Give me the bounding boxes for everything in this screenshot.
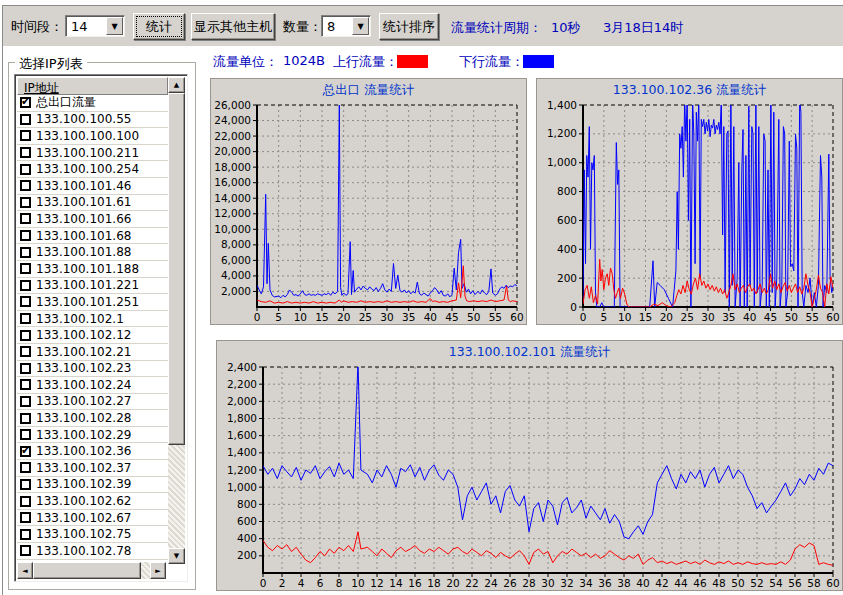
download-color-swatch bbox=[523, 55, 554, 68]
chevron-down-icon[interactable]: ▼ bbox=[106, 17, 123, 35]
svg-text:50: 50 bbox=[731, 577, 744, 589]
checkbox[interactable] bbox=[20, 462, 31, 473]
checkbox[interactable] bbox=[20, 396, 31, 407]
checkbox[interactable] bbox=[20, 197, 31, 208]
list-item[interactable]: 133.100.102.23 bbox=[17, 361, 168, 378]
list-item[interactable]: 133.100.102.1 bbox=[17, 311, 168, 328]
svg-text:2: 2 bbox=[279, 577, 286, 589]
list-item[interactable]: 133.100.101.66 bbox=[17, 211, 168, 228]
list-item[interactable]: 133.100.102.67 bbox=[17, 510, 168, 527]
svg-text:12,000: 12,000 bbox=[214, 207, 251, 219]
scroll-left-icon[interactable]: ◄ bbox=[17, 562, 33, 579]
checkbox[interactable] bbox=[20, 213, 31, 224]
list-item[interactable]: 133.100.102.21 bbox=[17, 344, 168, 361]
svg-text:24,000: 24,000 bbox=[214, 114, 251, 126]
list-item[interactable]: 133.100.102.85 bbox=[17, 560, 168, 561]
vertical-scrollbar[interactable]: ▲ ▼ bbox=[168, 77, 185, 564]
list-item[interactable]: 133.100.100.100 bbox=[17, 128, 168, 145]
list-item[interactable]: 133.100.102.12 bbox=[17, 327, 168, 344]
list-item[interactable]: 133.100.102.24 bbox=[17, 377, 168, 394]
checkbox[interactable] bbox=[20, 313, 31, 324]
time-range-select[interactable]: 14 ▼ bbox=[65, 15, 125, 37]
svg-text:2,200: 2,200 bbox=[227, 378, 257, 390]
svg-text:15: 15 bbox=[639, 311, 652, 323]
checkbox[interactable] bbox=[20, 97, 31, 108]
ip-column-header[interactable]: IP地址 bbox=[17, 77, 168, 95]
list-item[interactable]: 133.100.101.251 bbox=[17, 294, 168, 311]
checkbox[interactable] bbox=[20, 247, 31, 258]
svg-text:14: 14 bbox=[389, 577, 403, 589]
period-value: 10秒 bbox=[551, 19, 581, 37]
horizontal-scrollbar-thumb[interactable] bbox=[33, 562, 141, 579]
svg-text:600: 600 bbox=[237, 515, 257, 527]
count-value: 8 bbox=[327, 19, 335, 34]
svg-text:40: 40 bbox=[743, 311, 756, 323]
svg-text:18,000: 18,000 bbox=[214, 161, 251, 173]
checkbox[interactable] bbox=[20, 330, 31, 341]
ip-listbox: IP地址 总出口流量 133.100.100.55 133.100.100.10… bbox=[14, 74, 188, 582]
horizontal-scrollbar[interactable]: ◄ ► bbox=[17, 562, 166, 579]
ip-label: 133.100.102.1 bbox=[36, 312, 124, 326]
list-item[interactable]: 133.100.102.37 bbox=[17, 460, 168, 477]
ip-label: 133.100.102.75 bbox=[36, 527, 131, 541]
checkbox[interactable] bbox=[20, 529, 31, 540]
show-other-hosts-button[interactable]: 显示其他主机 bbox=[191, 13, 275, 40]
list-item[interactable]: 总出口流量 bbox=[17, 95, 168, 112]
stat-sort-button[interactable]: 统计排序 bbox=[379, 13, 439, 40]
list-item[interactable]: 133.100.102.78 bbox=[17, 543, 168, 560]
list-item[interactable]: 133.100.102.75 bbox=[17, 526, 168, 543]
checkbox[interactable] bbox=[20, 147, 31, 158]
list-item[interactable]: 133.100.102.28 bbox=[17, 410, 168, 427]
chevron-down-icon[interactable]: ▼ bbox=[352, 17, 369, 35]
checkbox[interactable] bbox=[20, 280, 31, 291]
checkbox[interactable] bbox=[20, 296, 31, 307]
list-item[interactable]: 133.100.101.221 bbox=[17, 278, 168, 295]
list-item[interactable]: 133.100.101.88 bbox=[17, 244, 168, 261]
list-item[interactable]: 133.100.100.211 bbox=[17, 145, 168, 162]
svg-text:800: 800 bbox=[237, 498, 257, 510]
checkbox[interactable] bbox=[20, 363, 31, 374]
stat-button[interactable]: 统计 bbox=[133, 13, 185, 40]
checkbox[interactable] bbox=[20, 263, 31, 274]
list-item[interactable]: 133.100.100.55 bbox=[17, 112, 168, 129]
list-item[interactable]: 133.100.101.46 bbox=[17, 178, 168, 195]
count-select[interactable]: 8 ▼ bbox=[321, 15, 371, 37]
svg-text:58: 58 bbox=[807, 577, 820, 589]
checkbox[interactable] bbox=[20, 180, 31, 191]
checkbox[interactable] bbox=[20, 545, 31, 556]
list-item[interactable]: 133.100.102.39 bbox=[17, 477, 168, 494]
checkbox[interactable] bbox=[20, 379, 31, 390]
checkbox[interactable] bbox=[20, 429, 31, 440]
list-item[interactable]: 133.100.102.27 bbox=[17, 394, 168, 411]
svg-text:40: 40 bbox=[424, 311, 437, 323]
vertical-scrollbar-track[interactable] bbox=[168, 445, 185, 548]
scroll-up-icon[interactable]: ▲ bbox=[168, 77, 185, 93]
checkbox[interactable] bbox=[20, 413, 31, 424]
checkbox[interactable] bbox=[20, 230, 31, 241]
checkbox[interactable] bbox=[20, 130, 31, 141]
scroll-down-icon[interactable]: ▼ bbox=[168, 548, 185, 564]
checkbox[interactable] bbox=[20, 496, 31, 507]
list-item[interactable]: 133.100.102.36 bbox=[17, 443, 168, 460]
checkbox[interactable] bbox=[20, 114, 31, 125]
svg-text:10: 10 bbox=[351, 577, 364, 589]
list-item[interactable]: 133.100.102.29 bbox=[17, 427, 168, 444]
list-item[interactable]: 133.100.101.188 bbox=[17, 261, 168, 278]
list-item[interactable]: 133.100.101.68 bbox=[17, 228, 168, 245]
list-item[interactable]: 133.100.102.62 bbox=[17, 493, 168, 510]
vertical-scrollbar-thumb[interactable] bbox=[168, 93, 185, 445]
list-item[interactable]: 133.100.100.254 bbox=[17, 161, 168, 178]
checkbox[interactable] bbox=[20, 512, 31, 523]
chart-canvas: 2004006008001,0001,2001,4001,6001,8002,0… bbox=[217, 362, 842, 590]
horizontal-scrollbar-track[interactable] bbox=[141, 562, 150, 579]
checkbox[interactable] bbox=[20, 446, 31, 457]
scroll-right-icon[interactable]: ► bbox=[150, 562, 166, 579]
list-item[interactable]: 133.100.101.61 bbox=[17, 195, 168, 212]
checkbox[interactable] bbox=[20, 164, 31, 175]
checkbox[interactable] bbox=[20, 479, 31, 490]
ip-label: 133.100.102.27 bbox=[36, 394, 131, 408]
ip-label: 133.100.101.88 bbox=[36, 245, 131, 259]
ip-label: 133.100.102.24 bbox=[36, 378, 131, 392]
checkbox[interactable] bbox=[20, 346, 31, 357]
period-label: 流量统计周期： bbox=[451, 19, 542, 37]
